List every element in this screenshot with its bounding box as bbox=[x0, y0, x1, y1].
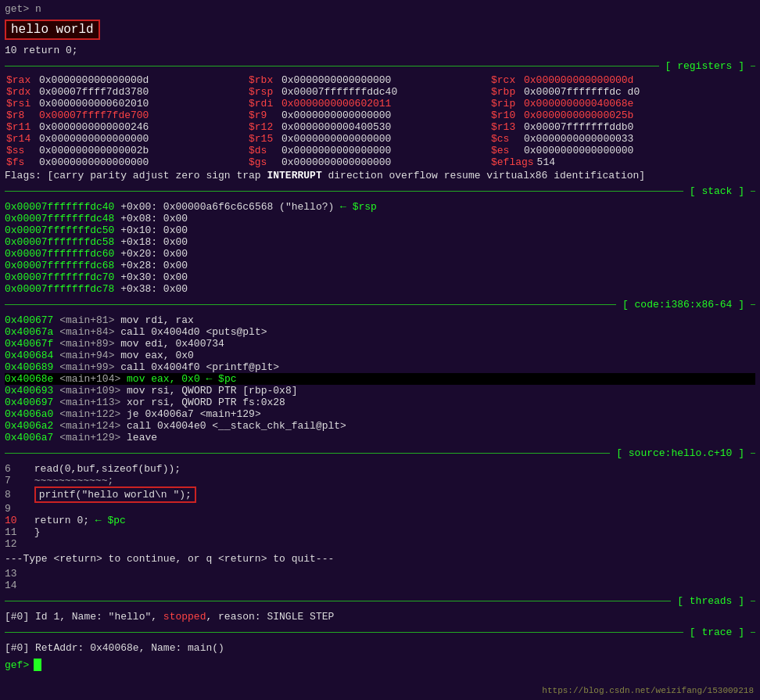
stack-label: [ stack ] bbox=[683, 185, 751, 197]
flags-line: Flags: [carry parity adjust zero sign tr… bbox=[0, 168, 760, 183]
watermark: https://blog.csdn.net/weizifang/15300921… bbox=[542, 686, 754, 695]
stack-row-4: 0x00007fffffffdc60 +0x20: 0x00 bbox=[5, 248, 755, 260]
source-label: [ source:hello.c+10 ] bbox=[610, 447, 751, 459]
code-row-9: 0x4006a2 <main+124> call 0x4004e0 <__sta… bbox=[5, 420, 755, 432]
type-continue: ---Type <return> to continue, or q <retu… bbox=[0, 551, 760, 566]
stack-divider: [ stack ] bbox=[0, 184, 760, 199]
stack-row-2: 0x00007fffffffdc50 +0x10: 0x00 bbox=[5, 224, 755, 236]
source-divider: [ source:hello.c+10 ] bbox=[0, 446, 760, 461]
stack-row-3: 0x00007fffffffdc58 +0x18: 0x00 bbox=[5, 236, 755, 248]
code-row-8: 0x4006a0 <main+122> je 0x4006a7 <main+12… bbox=[5, 408, 755, 420]
return-line: 10 return 0; bbox=[5, 45, 78, 56]
source-row-6: 6 read(0,buf,sizeof(buf)); bbox=[5, 463, 755, 475]
reg-row-7: $ss0x000000000000002b $ds0x0000000000000… bbox=[3, 145, 757, 156]
hello-world-output: hello world bbox=[5, 20, 100, 40]
top-output: get> n bbox=[5, 3, 41, 15]
registers-label: [ registers ] bbox=[659, 60, 751, 72]
source-row-12: 12 bbox=[5, 538, 755, 550]
threads-divider: [ threads ] bbox=[0, 594, 760, 608]
trace-divider: [ trace ] bbox=[0, 625, 760, 640]
source-section: 6 read(0,buf,sizeof(buf)); 7 ~~~~~~~~~~~… bbox=[0, 461, 760, 551]
reg-row-2: $rdx0x00007ffff7dd3780 $rsp0x00007ffffff… bbox=[3, 86, 757, 98]
source-extra: 13 14 bbox=[0, 566, 760, 593]
code-row-10: 0x4006a7 <main+129> leave bbox=[5, 432, 755, 443]
terminal: get> n hello world 10 return 0; [ regist… bbox=[0, 0, 760, 700]
reg-row-3: $rsi0x0000000000602010 $rdi0x00000000006… bbox=[3, 98, 757, 109]
stack-row-1: 0x00007fffffffdc48 +0x08: 0x00 bbox=[5, 213, 755, 224]
code-row-5-pc: 0x40068e <main+104> mov eax, 0x0 ← $pc bbox=[5, 373, 755, 385]
source-row-8-highlight: 8 printf("hello world\n "); bbox=[5, 486, 755, 503]
stack-row-5: 0x00007fffffffdc68 +0x28: 0x00 bbox=[5, 260, 755, 271]
prompt-text: gef> bbox=[5, 659, 29, 671]
trace-section: [#0] RetAddr: 0x40068e, Name: main() bbox=[0, 641, 760, 655]
code-row-3: 0x400684 <main+94> mov eax, 0x0 bbox=[5, 350, 755, 361]
reg-row-5: $r110x0000000000000246 $r120x00000000004… bbox=[3, 121, 757, 133]
stack-row-0: 0x00007fffffffdc40 +0x00: 0x00000a6f6c6c… bbox=[5, 201, 755, 213]
trace-label: [ trace ] bbox=[683, 626, 751, 638]
threads-section: [#0] Id 1, Name: "hello", stopped, reaso… bbox=[0, 609, 760, 624]
stack-row-6: 0x00007fffffffdc70 +0x30: 0x00 bbox=[5, 271, 755, 283]
reg-row-1: $rax0x000000000000000d $rbx0x00000000000… bbox=[3, 74, 757, 86]
code-section: 0x400677 <main+81> mov rdi, rax 0x40067a… bbox=[0, 313, 760, 445]
reg-row-6: $r140x0000000000000000 $r150x00000000000… bbox=[3, 133, 757, 145]
code-divider: [ code:i386:x86-64 ] bbox=[0, 297, 760, 312]
prompt-line[interactable]: gef> bbox=[0, 655, 760, 674]
cursor bbox=[34, 659, 41, 671]
code-row-0: 0x400677 <main+81> mov rdi, rax bbox=[5, 314, 755, 326]
stack-row-7: 0x00007fffffffdc78 +0x38: 0x00 bbox=[5, 283, 755, 295]
code-row-6: 0x400693 <main+109> mov rsi, QWORD PTR [… bbox=[5, 385, 755, 397]
reg-row-4: $r80x00007ffff7fde700 $r90x0000000000000… bbox=[3, 109, 757, 121]
source-row-7: 7 ~~~~~~~~~~~~; bbox=[5, 475, 755, 486]
reg-row-8: $fs0x0000000000000000 $gs0x0000000000000… bbox=[3, 156, 757, 168]
threads-label: [ threads ] bbox=[671, 595, 751, 607]
code-row-4: 0x400689 <main+99> call 0x4004f0 <printf… bbox=[5, 361, 755, 373]
code-row-7: 0x400697 <main+113> xor rsi, QWORD PTR f… bbox=[5, 397, 755, 408]
stack-section: 0x00007fffffffdc40 +0x00: 0x00000a6f6c6c… bbox=[0, 199, 760, 296]
source-row-9: 9 bbox=[5, 503, 755, 515]
source-row-11: 11 } bbox=[5, 526, 755, 538]
source-row-10-pc: 10 return 0; ← $pc bbox=[5, 515, 755, 526]
code-row-2: 0x40067f <main+89> mov edi, 0x400734 bbox=[5, 338, 755, 350]
code-label: [ code:i386:x86-64 ] bbox=[616, 299, 751, 311]
registers-divider: [ registers ] bbox=[0, 59, 760, 74]
registers-section: $rax0x000000000000000d $rbx0x00000000000… bbox=[0, 74, 760, 168]
code-row-1: 0x40067a <main+84> call 0x4004d0 <puts@p… bbox=[5, 326, 755, 338]
